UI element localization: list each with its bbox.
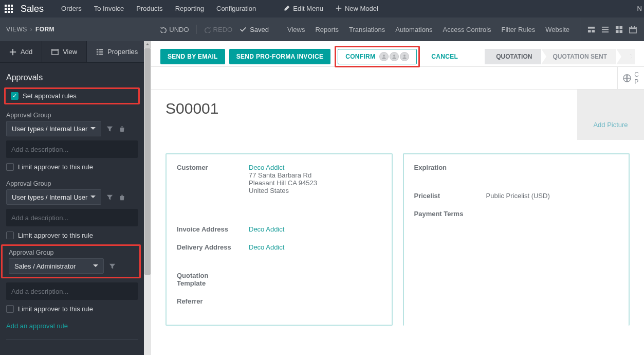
send-proforma-button[interactable]: SEND PRO-FORMA INVOICE	[229, 49, 331, 64]
limit-label: Limit approver to this rule	[18, 232, 93, 239]
svg-point-31	[383, 55, 385, 57]
approvals-title: Approvals	[0, 63, 144, 87]
address-line: United States	[249, 187, 317, 194]
nav-products[interactable]: Products	[130, 0, 169, 17]
undo-label: UNDO	[169, 26, 189, 33]
confirm-highlight: CONFIRM	[335, 46, 420, 67]
tab-add[interactable]: Add	[0, 41, 42, 62]
cancel-button[interactable]: CANCEL	[424, 49, 465, 64]
customer-strip: C P	[151, 67, 644, 90]
svg-rect-13	[602, 29, 609, 30]
edit-menu-button[interactable]: Edit Menu	[278, 0, 329, 17]
customer-link[interactable]: Deco Addict	[249, 164, 317, 171]
delivery-address-link[interactable]: Deco Addict	[249, 243, 284, 251]
description-input-3[interactable]	[6, 282, 138, 300]
description-input-1[interactable]	[6, 140, 138, 158]
left-column: Customer Deco Addict 77 Santa Barbara Rd…	[165, 153, 393, 326]
invoice-address-link[interactable]: Deco Addict	[249, 225, 284, 233]
nav-reporting[interactable]: Reporting	[169, 0, 210, 17]
filter-icon[interactable]	[105, 193, 114, 201]
list-view-icon[interactable]	[601, 26, 609, 33]
svg-rect-7	[8, 11, 10, 13]
apps-icon[interactable]	[0, 5, 17, 13]
subnav-automations[interactable]: Automations	[395, 26, 432, 33]
address-line: 77 Santa Barbara Rd	[249, 171, 317, 179]
delete-icon[interactable]	[118, 125, 126, 133]
redo-button[interactable]: REDO	[204, 26, 233, 33]
subnav-access-controls[interactable]: Access Controls	[443, 26, 491, 33]
checkbox-icon	[6, 232, 14, 239]
svg-rect-11	[592, 30, 595, 32]
globe-line2: P	[634, 78, 639, 85]
filter-icon[interactable]	[108, 262, 116, 270]
topbar-right[interactable]: N	[631, 0, 644, 17]
tab-properties[interactable]: Properties	[87, 41, 144, 62]
nav-orders[interactable]: Orders	[55, 0, 88, 17]
globe-line1: C	[634, 71, 639, 78]
approval-group-select-2[interactable]: User types / Internal User	[6, 189, 101, 205]
set-approval-rules-toggle[interactable]: Set approval rules	[6, 89, 138, 103]
kanban-view-icon[interactable]	[615, 26, 623, 33]
delete-icon[interactable]	[118, 193, 126, 201]
subnav-views[interactable]: Views	[287, 26, 305, 33]
stage-quotation[interactable]: QUOTATION	[485, 49, 541, 64]
panel-tabs: Add View Properties	[0, 41, 144, 63]
second-bar: VIEWS › FORM UNDO REDO Saved Views Repor…	[0, 17, 644, 41]
limit-approver-row-1[interactable]: Limit approver to this rule	[0, 158, 144, 173]
subnav-reports[interactable]: Reports	[315, 26, 339, 33]
quotation-template-label: QuotationTemplate	[177, 272, 249, 287]
svg-point-32	[393, 55, 395, 57]
limit-approver-row-2[interactable]: Limit approver to this rule	[0, 226, 144, 241]
tab-properties-label: Properties	[107, 48, 138, 56]
brand-title[interactable]: Sales	[17, 4, 55, 14]
subnav-filter-rules[interactable]: Filter Rules	[502, 26, 536, 33]
edit-menu-label: Edit Menu	[293, 5, 323, 12]
new-model-label: New Model	[345, 5, 378, 12]
customer-preview-button[interactable]: C P	[617, 67, 644, 89]
send-by-email-button[interactable]: SEND BY EMAIL	[160, 49, 225, 64]
form-view-icon[interactable]	[587, 26, 595, 33]
saved-indicator: Saved	[240, 26, 269, 33]
svg-rect-6	[5, 11, 7, 13]
new-model-button[interactable]: New Model	[329, 0, 384, 17]
set-approval-rules-label: Set approval rules	[23, 92, 77, 100]
svg-rect-1	[8, 5, 10, 7]
svg-rect-26	[99, 49, 103, 50]
payment-terms-label: Payment Terms	[414, 210, 486, 218]
subnav-translations[interactable]: Translations	[349, 26, 385, 33]
svg-rect-4	[8, 8, 10, 10]
stage-quotation-sent[interactable]: QUOTATION SENT	[541, 49, 616, 64]
scroll-up-icon[interactable]	[144, 41, 151, 48]
svg-rect-5	[11, 8, 13, 10]
top-nav: Sales Orders To Invoice Products Reporti…	[0, 0, 644, 17]
breadcrumb-views[interactable]: VIEWS	[6, 26, 27, 33]
approval-group-select-1[interactable]: User types / Internal User	[6, 121, 101, 136]
svg-rect-18	[619, 30, 622, 33]
svg-rect-12	[602, 26, 609, 27]
scrollbar[interactable]	[144, 41, 151, 355]
subnav-website[interactable]: Website	[545, 26, 569, 33]
svg-rect-29	[97, 54, 99, 55]
tab-add-label: Add	[21, 48, 32, 56]
filter-icon[interactable]	[105, 125, 114, 133]
scroll-thumb[interactable]	[144, 48, 151, 275]
tab-view[interactable]: View	[42, 41, 87, 62]
nav-configuration[interactable]: Configuration	[210, 0, 262, 17]
svg-rect-19	[630, 27, 636, 32]
pricelist-value: Public Pricelist (USD)	[486, 192, 550, 200]
invoice-address-label: Invoice Address	[177, 225, 249, 233]
add-approval-rule-link[interactable]: Add an approval rule	[0, 315, 144, 337]
add-picture-box[interactable]: Add Picture	[577, 90, 644, 140]
divider	[196, 25, 197, 34]
limit-approver-row-3[interactable]: Limit approver to this rule	[0, 300, 144, 315]
redo-label: REDO	[213, 26, 233, 33]
nav-to-invoice[interactable]: To Invoice	[88, 0, 131, 17]
svg-rect-0	[5, 5, 7, 7]
undo-button[interactable]: UNDO	[160, 26, 189, 33]
calendar-view-icon[interactable]	[629, 26, 637, 33]
approval-group-select-3[interactable]: Sales / Administrator	[9, 258, 104, 274]
confirm-button[interactable]: CONFIRM	[338, 49, 417, 64]
description-input-2[interactable]	[6, 209, 138, 226]
chevron-down-icon	[90, 196, 96, 201]
svg-rect-16	[619, 26, 622, 29]
